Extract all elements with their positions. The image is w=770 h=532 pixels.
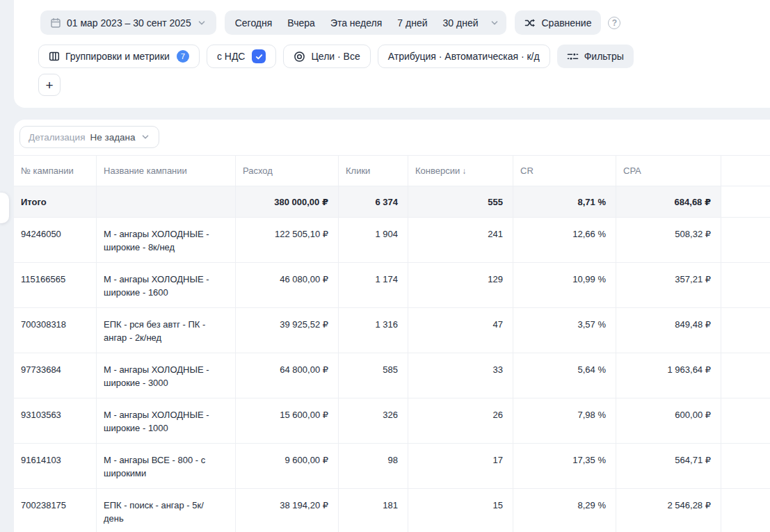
table-row[interactable]: 94246050 М - ангары ХОЛОДНЫЕ - широкие -… — [14, 218, 770, 263]
cr-cell: 7,98 % — [513, 398, 616, 443]
spend-cell: 15 600,00 ₽ — [236, 398, 339, 443]
total-cr: 8,71 % — [513, 186, 616, 217]
filters-label: Фильтры — [584, 51, 624, 62]
campaign-id-cell: 115166565 — [14, 263, 97, 307]
empty-cell — [721, 308, 770, 353]
total-name-cell — [97, 186, 236, 217]
empty-cell — [721, 263, 770, 307]
table-row[interactable]: 97733684 М - ангары ХОЛОДНЫЕ - широкие -… — [14, 353, 770, 398]
campaign-name-cell: ЕПК - рся без автг - ПК - ангар - 2к/нед — [97, 308, 236, 353]
cpa-cell: 564,71 ₽ — [616, 444, 721, 488]
empty-cell — [721, 218, 770, 262]
column-header-conversions-label: Конверсии — [415, 166, 460, 176]
toolbar-row-settings: Группировки и метрики 7 с НДС Цели · Все… — [14, 45, 770, 68]
plus-icon: + — [45, 79, 53, 92]
goals-button[interactable]: Цели · Все — [283, 45, 370, 68]
campaign-id-cell: 700308318 — [14, 308, 97, 353]
total-clicks: 6 374 — [339, 186, 408, 217]
quick-range-yesterday[interactable]: Вчера — [280, 10, 323, 35]
campaign-name-cell: М - ангары ХОЛОДНЫЕ - широкие - 1000 — [97, 398, 236, 443]
quick-range-this-week[interactable]: Эта неделя — [323, 10, 390, 35]
column-header-cpa[interactable]: CPA — [616, 156, 721, 186]
table-row[interactable]: 91614103 М - ангары ВСЕ - 800 - с широки… — [14, 444, 770, 489]
vat-toggle-button[interactable]: с НДС — [207, 45, 277, 68]
detalization-row: Детализация Не задана — [14, 120, 770, 148]
groupings-metrics-button[interactable]: Группировки и метрики 7 — [38, 45, 200, 68]
help-icon[interactable]: ? — [608, 17, 620, 29]
cpa-cell: 1 963,64 ₽ — [616, 353, 721, 398]
column-header-cr[interactable]: CR — [513, 156, 616, 186]
vat-label: с НДС — [217, 51, 246, 62]
table-row[interactable]: 700308318 ЕПК - рся без автг - ПК - анга… — [14, 308, 770, 353]
campaign-id-cell: 97733684 — [14, 353, 97, 398]
cpa-cell: 849,48 ₽ — [616, 308, 721, 353]
cr-cell: 8,29 % — [513, 489, 616, 532]
conversions-cell: 17 — [408, 444, 513, 488]
comparison-shuffle-icon — [524, 17, 536, 29]
campaign-name-cell: М - ангары ХОЛОДНЫЕ - широкие - 8к/нед — [97, 218, 236, 262]
quick-range-7-days[interactable]: 7 дней — [390, 10, 435, 35]
clicks-cell: 181 — [339, 489, 408, 532]
clicks-cell: 98 — [339, 444, 408, 488]
quick-range-today[interactable]: Сегодня — [227, 10, 280, 35]
groupings-count-badge: 7 — [177, 50, 189, 63]
cr-cell: 12,66 % — [513, 218, 616, 262]
conversions-cell: 33 — [408, 353, 513, 398]
conversions-cell: 47 — [408, 308, 513, 353]
filters-button[interactable]: Фильтры — [557, 45, 634, 68]
quick-range-30-days[interactable]: 30 дней — [435, 10, 486, 35]
chevron-down-icon[interactable] — [486, 18, 499, 28]
clicks-cell: 1 904 — [339, 218, 408, 262]
clicks-cell: 1 316 — [339, 308, 408, 353]
column-header-spend[interactable]: Расход — [236, 156, 339, 186]
sort-desc-icon: ↓ — [462, 166, 466, 176]
table-row[interactable]: 700238175 ЕПК - поиск - ангар - 5к/день … — [14, 489, 770, 532]
table-header-row: № кампании Название кампании Расход Клик… — [14, 155, 770, 186]
spend-cell: 39 925,52 ₽ — [236, 308, 339, 353]
column-header-empty — [721, 156, 770, 186]
total-conversions: 555 — [408, 186, 513, 217]
target-icon — [294, 51, 305, 63]
conversions-cell: 241 — [408, 218, 513, 262]
table-row[interactable]: 115166565 М - ангары ХОЛОДНЫЕ - широкие … — [14, 263, 770, 308]
date-range-button[interactable]: 01 мар 2023 – 30 сент 2025 — [40, 10, 216, 35]
comparison-button[interactable]: Сравнение — [515, 10, 601, 35]
attribution-button[interactable]: Атрибуция · Автоматическая · к/д — [378, 45, 550, 68]
spend-cell: 46 080,00 ₽ — [236, 263, 339, 307]
side-panel-handle[interactable] — [0, 193, 9, 223]
vat-checkbox-checked[interactable] — [252, 49, 266, 63]
campaign-id-cell: 94246050 — [14, 218, 97, 262]
detalization-select[interactable]: Детализация Не задана — [19, 126, 159, 148]
chevron-down-icon — [197, 18, 207, 28]
empty-cell — [721, 489, 770, 532]
table-row[interactable]: 93103563 М - ангары ХОЛОДНЫЕ - широкие -… — [14, 398, 770, 444]
campaign-name-cell: ЕПК - поиск - ангар - 5к/день — [97, 489, 236, 532]
detalization-value: Не задана — [90, 132, 135, 143]
report-card: Детализация Не задана № кампании Названи… — [14, 120, 770, 532]
total-label: Итого — [14, 186, 97, 217]
cr-cell: 3,57 % — [513, 308, 616, 353]
add-button[interactable]: + — [38, 74, 61, 96]
toolbar-row-add: + — [14, 74, 770, 96]
empty-cell — [721, 398, 770, 443]
total-spend: 380 000,00 ₽ — [236, 186, 339, 217]
empty-cell — [721, 353, 770, 398]
calendar-icon — [50, 17, 61, 29]
column-header-campaign-id[interactable]: № кампании — [14, 156, 97, 186]
columns-icon — [49, 51, 60, 62]
column-header-campaign-name[interactable]: Название кампании — [97, 156, 236, 186]
column-header-clicks[interactable]: Клики — [339, 156, 408, 186]
quick-ranges-group: Сегодня Вчера Эта неделя 7 дней 30 дней — [225, 10, 507, 35]
total-row: Итого 380 000,00 ₽ 6 374 555 8,71 % 684,… — [14, 186, 770, 218]
clicks-cell: 1 174 — [339, 263, 408, 307]
campaign-name-cell: М - ангары ХОЛОДНЫЕ - широкие - 1600 — [97, 263, 236, 307]
detalization-label: Детализация — [29, 132, 85, 143]
toolbar-row-dates: 01 мар 2023 – 30 сент 2025 Сегодня Вчера… — [14, 0, 770, 35]
clicks-cell: 585 — [339, 353, 408, 398]
clicks-cell: 326 — [339, 398, 408, 443]
column-header-conversions[interactable]: Конверсии ↓ — [408, 156, 513, 186]
chevron-down-icon — [141, 132, 150, 142]
conversions-cell: 129 — [408, 263, 513, 307]
goals-label: Цели · Все — [311, 51, 360, 62]
campaign-name-cell: М - ангары ХОЛОДНЫЕ - широкие - 3000 — [97, 353, 236, 398]
